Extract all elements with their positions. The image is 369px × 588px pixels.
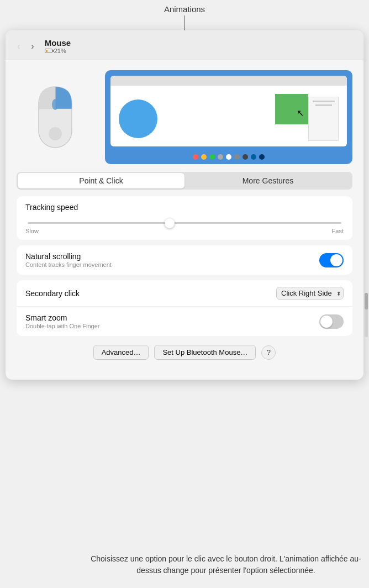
color-dot[interactable] xyxy=(226,154,231,160)
smart-zoom-toggle-knob xyxy=(320,316,333,328)
setup-bluetooth-button[interactable]: Set Up Bluetooth Mouse… xyxy=(154,345,256,360)
header-title-block: Mouse 21% xyxy=(45,38,71,54)
main-window: ‹ › Mouse 21% xyxy=(6,30,363,380)
tracking-speed-slider[interactable] xyxy=(28,222,341,224)
nav-forward-button[interactable]: › xyxy=(28,40,36,53)
chevron-right-icon: › xyxy=(31,41,34,51)
natural-scrolling-row: Natural scrolling Content tracks finger … xyxy=(17,245,352,275)
tab-point-click[interactable]: Point & Click xyxy=(18,173,184,188)
page-title: Mouse xyxy=(45,38,71,48)
color-dot[interactable] xyxy=(234,154,240,160)
natural-scrolling-group: Natural scrolling Content tracks finger … xyxy=(17,245,352,275)
cursor-icon: ↖ xyxy=(297,108,304,118)
secondary-click-dropdown[interactable]: Click Right Side Click Left Side Off xyxy=(276,287,344,300)
smart-zoom-label-block: Smart zoom Double-tap with One Finger xyxy=(25,313,100,329)
battery-icon xyxy=(45,49,52,53)
advanced-button[interactable]: Advanced… xyxy=(93,345,149,360)
anim-dots xyxy=(193,154,265,160)
chevron-left-icon: ‹ xyxy=(17,41,20,51)
color-dot[interactable] xyxy=(209,154,215,160)
window-content: ↖ Point & Click More Gestures Tracking s… xyxy=(6,60,363,380)
secondary-click-row: Secondary click Click Right Side Click L… xyxy=(17,280,352,307)
battery-status: 21% xyxy=(45,48,71,54)
doc-line-2 xyxy=(315,104,332,106)
slider-fast-label: Fast xyxy=(332,228,344,234)
nav-back-button[interactable]: ‹ xyxy=(14,40,23,53)
anim-content: ↖ xyxy=(110,86,347,95)
secondary-click-label-block: Secondary click xyxy=(25,289,80,298)
mouse-svg xyxy=(28,76,83,159)
natural-scrolling-toggle[interactable] xyxy=(319,253,344,267)
mouse-illustration xyxy=(17,70,94,164)
color-dot[interactable] xyxy=(243,154,248,160)
shape-doc xyxy=(308,97,339,141)
animation-preview-box: ↖ xyxy=(105,70,352,164)
natural-scrolling-label-block: Natural scrolling Content tracks finger … xyxy=(25,252,112,268)
secondary-click-label: Secondary click xyxy=(25,289,80,298)
toggle-knob xyxy=(330,254,342,266)
color-dot[interactable] xyxy=(218,154,223,160)
secondary-smart-group: Secondary click Click Right Side Click L… xyxy=(17,280,352,336)
natural-scrolling-sublabel: Content tracks finger movement xyxy=(25,261,112,268)
help-button[interactable]: ? xyxy=(261,345,276,360)
annotation-bottom: Choisissez une option pour le clic avec … xyxy=(88,553,363,577)
anim-inner-window: ↖ xyxy=(110,76,347,146)
bottom-buttons: Advanced… Set Up Bluetooth Mouse… ? xyxy=(17,342,352,371)
preview-section: ↖ xyxy=(6,60,363,172)
tracking-speed-label: Tracking speed xyxy=(25,203,344,212)
window-header: ‹ › Mouse 21% xyxy=(6,30,363,60)
color-dot[interactable] xyxy=(259,154,265,160)
smart-zoom-sublabel: Double-tap with One Finger xyxy=(25,323,100,329)
secondary-click-dropdown-wrapper: Click Right Side Click Left Side Off xyxy=(276,287,344,300)
scrollbar-thumb xyxy=(365,293,368,309)
natural-scrolling-label: Natural scrolling xyxy=(25,252,112,261)
tracking-speed-group: Tracking speed Slow Fast xyxy=(17,196,352,240)
slider-track-container xyxy=(28,216,341,226)
svg-point-3 xyxy=(49,127,62,140)
smart-zoom-toggle[interactable] xyxy=(319,314,344,329)
color-dot[interactable] xyxy=(251,154,256,160)
shape-circle xyxy=(119,99,157,138)
color-dot[interactable] xyxy=(193,154,198,160)
slider-slow-label: Slow xyxy=(25,228,39,234)
battery-percentage: 21% xyxy=(54,48,66,54)
doc-line-1 xyxy=(313,101,335,102)
smart-zoom-label: Smart zoom xyxy=(25,313,100,322)
anim-titlebar xyxy=(110,76,347,86)
scrollbar-track[interactable] xyxy=(365,293,368,337)
tab-more-gestures[interactable]: More Gestures xyxy=(184,173,351,188)
settings-container: Tracking speed Slow Fast Natural scrolli… xyxy=(6,191,363,380)
smart-zoom-row: Smart zoom Double-tap with One Finger xyxy=(17,307,352,336)
svg-point-2 xyxy=(52,99,59,110)
anim-shapes: ↖ xyxy=(116,91,341,95)
tabs-section: Point & Click More Gestures xyxy=(17,172,352,190)
slider-labels: Slow Fast xyxy=(25,228,344,234)
color-dot[interactable] xyxy=(201,154,207,160)
annotation-top-label: Animations xyxy=(164,4,205,14)
